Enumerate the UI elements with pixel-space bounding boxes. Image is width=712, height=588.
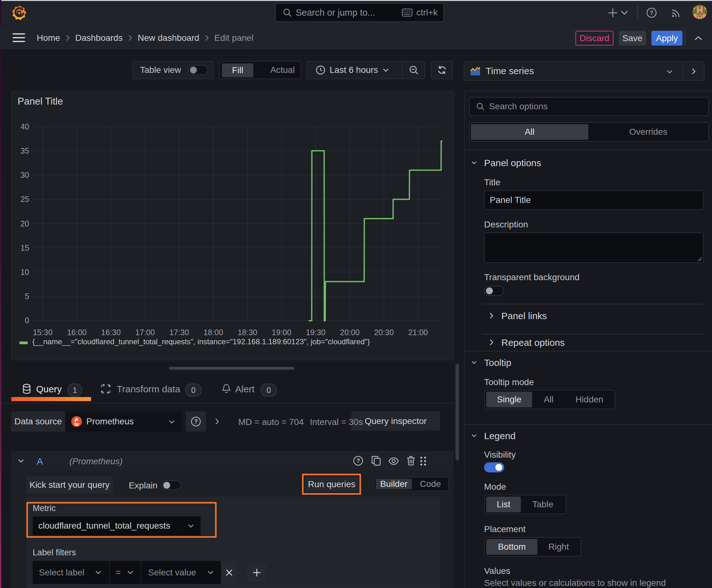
svg-text:15:30: 15:30 (33, 328, 53, 337)
svg-text:20: 20 (20, 219, 29, 228)
svg-text:20:30: 20:30 (374, 328, 394, 337)
svg-text:?: ? (194, 418, 197, 425)
svg-text:?: ? (356, 457, 360, 464)
svg-text:35: 35 (20, 146, 29, 155)
svg-text:?: ? (650, 9, 654, 16)
svg-text:40: 40 (20, 122, 29, 131)
svg-text:5: 5 (25, 292, 29, 300)
svg-text:20:00: 20:00 (340, 328, 360, 337)
svg-text:{__name__="cloudflared_tunnel_: {__name__="cloudflared_tunnel_total_requ… (33, 337, 370, 346)
svg-text:17:00: 17:00 (135, 328, 155, 337)
svg-text:19:30: 19:30 (306, 328, 326, 337)
svg-text:18:00: 18:00 (203, 328, 223, 337)
svg-text:18:30: 18:30 (238, 328, 257, 337)
svg-text:16:00: 16:00 (67, 328, 87, 337)
svg-text:17:30: 17:30 (170, 328, 189, 337)
svg-text:0: 0 (25, 316, 29, 325)
svg-text:15: 15 (20, 244, 29, 252)
svg-text:25: 25 (20, 195, 29, 204)
svg-text:19:00: 19:00 (272, 328, 292, 337)
svg-text:10: 10 (20, 268, 29, 276)
svg-text:21:00: 21:00 (408, 328, 428, 337)
svg-text:30: 30 (20, 171, 29, 180)
svg-text:16:30: 16:30 (101, 328, 121, 337)
